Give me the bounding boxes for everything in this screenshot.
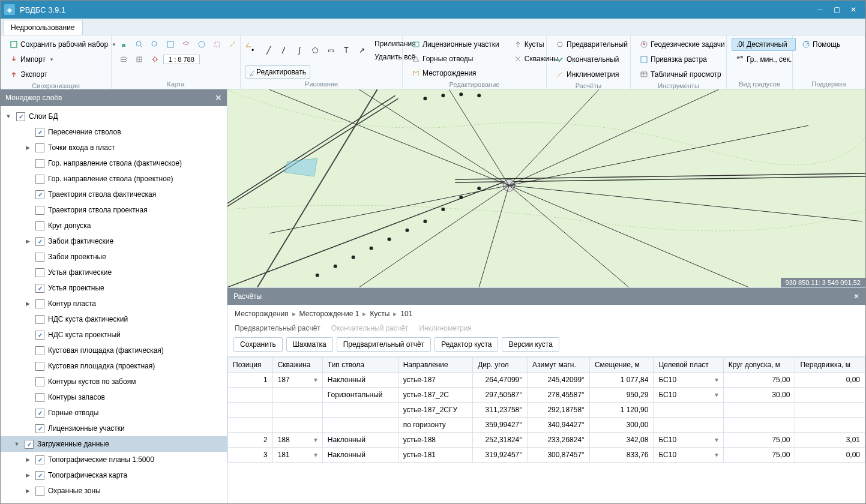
draw-polyline-button[interactable]: 〳 bbox=[277, 44, 291, 57]
table-cell[interactable] bbox=[654, 418, 723, 433]
tree-item[interactable]: Круг допуска bbox=[1, 218, 227, 233]
tree-item[interactable]: Контуры запасов bbox=[1, 389, 227, 405]
table-cell[interactable]: 950,29 bbox=[589, 388, 653, 403]
grid-button[interactable] bbox=[132, 53, 146, 66]
tab-final[interactable]: Окончательный расчёт bbox=[331, 324, 409, 332]
breadcrumb-item[interactable]: Месторождение 1 bbox=[299, 310, 359, 318]
tree-item[interactable]: Кустовая площадка (проектная) bbox=[1, 358, 227, 374]
import-button[interactable]: Импорт▼ bbox=[5, 53, 121, 66]
checkbox[interactable] bbox=[35, 362, 44, 371]
checkbox[interactable] bbox=[35, 471, 44, 480]
tree-item[interactable]: Кустовая площадка (фактическая) bbox=[1, 343, 227, 358]
table-row[interactable]: 1187▾Наклонныйустье-187264,47099°245,420… bbox=[228, 373, 865, 388]
table-cell[interactable]: БС10▾ bbox=[654, 448, 723, 463]
table-cell[interactable]: устье-188 bbox=[398, 433, 472, 448]
breadcrumb-item[interactable]: Месторождения bbox=[235, 310, 289, 318]
select-button[interactable] bbox=[210, 38, 224, 51]
export-button[interactable]: Экспорт bbox=[5, 68, 121, 81]
chevron-down-icon[interactable]: ▾ bbox=[314, 376, 317, 384]
tree-item[interactable]: Гор. направление ствола (проектное) bbox=[1, 171, 227, 187]
draw-polygon-button[interactable]: ⬠ bbox=[308, 44, 322, 57]
tree-item[interactable]: НДС куста проектный bbox=[1, 327, 227, 343]
table-cell[interactable]: 75,00 bbox=[723, 433, 795, 448]
table-cell[interactable] bbox=[723, 418, 795, 433]
table-cell[interactable] bbox=[723, 403, 795, 418]
measure-button[interactable] bbox=[226, 38, 240, 51]
expander-icon[interactable]: ▼ bbox=[4, 113, 13, 119]
breadcrumb[interactable]: Месторождения▸Месторождение 1▸Кусты▸101 bbox=[227, 305, 865, 323]
close-calc-button[interactable]: ✕ bbox=[853, 292, 859, 301]
expander-icon[interactable]: ▶ bbox=[23, 457, 32, 463]
checkbox[interactable] bbox=[35, 221, 44, 230]
column-header[interactable]: Круг допуска, м bbox=[723, 358, 795, 373]
column-header[interactable]: Передвижка, м bbox=[795, 358, 865, 373]
table-cell[interactable] bbox=[272, 418, 322, 433]
checkbox[interactable] bbox=[35, 268, 44, 277]
table-cell[interactable]: Наклонный bbox=[322, 448, 398, 463]
table-row[interactable]: Горизонтальныйустье-187_2С297,50587°278,… bbox=[228, 388, 865, 403]
chevron-down-icon[interactable]: ▾ bbox=[314, 451, 317, 459]
expander-icon[interactable]: ▶ bbox=[23, 301, 32, 307]
table-row[interactable]: устье-187_2СГУ311,23758°292,18758°1 120,… bbox=[228, 403, 865, 418]
table-cell[interactable]: 30,00 bbox=[723, 388, 795, 403]
table-cell[interactable]: 252,31824° bbox=[473, 433, 528, 448]
tree-item[interactable]: Гор. направление ствола (фактическое) bbox=[1, 155, 227, 171]
draw-leader-button[interactable]: ↗ bbox=[355, 44, 369, 57]
zoom-layer-button[interactable] bbox=[179, 38, 193, 51]
table-cell[interactable]: 311,23758° bbox=[473, 403, 528, 418]
checkbox[interactable] bbox=[35, 346, 44, 355]
checkbox[interactable] bbox=[35, 143, 44, 152]
close-panel-button[interactable]: ✕ bbox=[215, 93, 222, 103]
decimal-button[interactable]: .00Десятичный bbox=[732, 38, 796, 51]
calc-final-button[interactable]: Окончательный bbox=[552, 53, 632, 66]
coord-button[interactable] bbox=[148, 53, 162, 66]
draw-rect-button[interactable]: ▭ bbox=[323, 44, 338, 57]
table-cell[interactable]: 75,00 bbox=[723, 373, 795, 388]
layer-tree[interactable]: ▼ Слои БД Пересечение стволов▶Точки вход… bbox=[1, 106, 227, 504]
bush-editor-button[interactable]: Редактор куста bbox=[435, 337, 498, 352]
table-cell[interactable]: устье-181 bbox=[398, 448, 472, 463]
edit-license-button[interactable]: Лицензионные участки bbox=[407, 38, 504, 51]
checkbox[interactable] bbox=[35, 424, 44, 433]
table-cell[interactable] bbox=[795, 388, 865, 403]
pan-button[interactable] bbox=[116, 38, 131, 51]
table-cell[interactable] bbox=[272, 403, 322, 418]
table-row[interactable]: 3181▾Наклонныйустье-181319,92457°300,874… bbox=[228, 448, 865, 463]
column-header[interactable]: Дир. угол bbox=[473, 358, 528, 373]
tree-item[interactable]: Горные отводы bbox=[1, 405, 227, 421]
expander-icon[interactable]: ▶ bbox=[23, 472, 32, 478]
table-cell[interactable]: 278,45587° bbox=[528, 388, 590, 403]
tree-item[interactable]: Траектория ствола фактическая bbox=[1, 187, 227, 202]
checkbox[interactable] bbox=[25, 440, 34, 449]
table-cell[interactable]: устье-187 bbox=[398, 373, 472, 388]
table-cell[interactable]: Наклонный bbox=[322, 433, 398, 448]
checkbox[interactable] bbox=[35, 284, 44, 293]
draw-point-button[interactable]: • bbox=[245, 44, 260, 57]
table-cell[interactable]: 292,18758° bbox=[528, 403, 590, 418]
table-cell[interactable]: 2 bbox=[228, 433, 273, 448]
chevron-down-icon[interactable]: ▾ bbox=[715, 391, 718, 399]
draw-line-button[interactable]: ╱ bbox=[261, 44, 275, 57]
table-cell[interactable]: БС10▾ bbox=[654, 388, 723, 403]
table-cell[interactable]: 342,08 bbox=[589, 433, 653, 448]
checkbox[interactable] bbox=[35, 487, 44, 496]
table-view-button[interactable]: Табличный просмотр bbox=[636, 68, 729, 81]
table-cell[interactable]: 75,00 bbox=[723, 448, 795, 463]
zoom-extent-button[interactable] bbox=[163, 38, 178, 51]
column-header[interactable]: Тип ствола bbox=[322, 358, 398, 373]
tab-subsoil[interactable]: Недропользование bbox=[3, 20, 83, 35]
table-cell[interactable]: 181▾ bbox=[272, 448, 322, 463]
table-cell[interactable]: устье-187_2СГУ bbox=[398, 403, 472, 418]
maximize-button[interactable]: ▢ bbox=[828, 4, 845, 16]
tree-item[interactable]: ▶Топографическая карта bbox=[1, 467, 227, 483]
tree-item[interactable]: ▼Загруженные данные bbox=[1, 436, 227, 452]
tree-item[interactable]: Забои проектные bbox=[1, 249, 227, 265]
table-row[interactable]: по горизонту359,99427°340,94427°300,00 bbox=[228, 418, 865, 433]
table-cell[interactable]: Наклонный bbox=[322, 373, 398, 388]
tree-item[interactable]: ▶Забои фактические bbox=[1, 233, 227, 249]
zoom-in-button[interactable] bbox=[132, 38, 146, 51]
tree-item[interactable]: Пересечение стволов bbox=[1, 124, 227, 140]
tree-item[interactable]: Траектория ствола проектная bbox=[1, 202, 227, 218]
column-header[interactable]: Направление bbox=[398, 358, 472, 373]
table-cell[interactable] bbox=[228, 403, 273, 418]
